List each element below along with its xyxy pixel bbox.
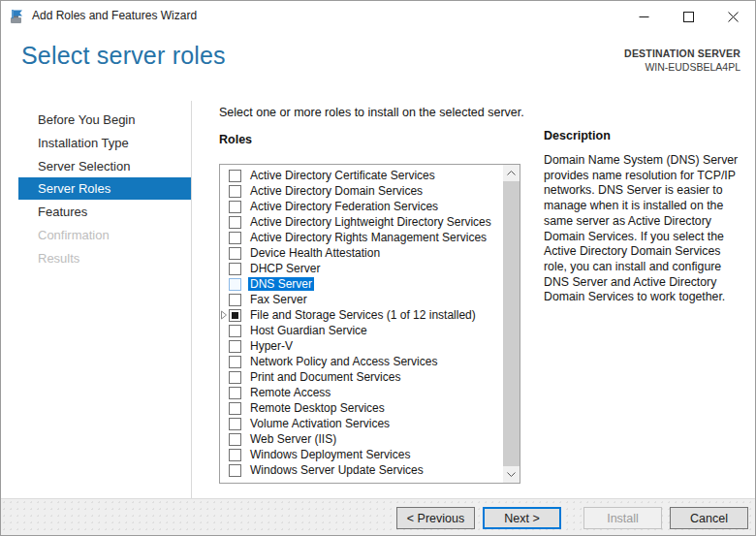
role-label: DNS Server bbox=[248, 277, 314, 291]
minimize-button[interactable] bbox=[621, 1, 666, 32]
role-row[interactable]: DHCP Server bbox=[220, 261, 503, 276]
wizard-header: Select server roles DESTINATION SERVER W… bbox=[1, 32, 755, 101]
wizard-footer: < PreviousNext >InstallCancel bbox=[1, 498, 755, 535]
role-checkbox[interactable] bbox=[229, 433, 241, 446]
roles-content: Select one or more roles to install on t… bbox=[192, 101, 544, 501]
role-row[interactable]: Active Directory Federation Services bbox=[220, 199, 503, 214]
role-checkbox[interactable] bbox=[229, 232, 241, 244]
roles-scrollbar[interactable] bbox=[503, 165, 520, 483]
button-label: Cancel bbox=[690, 512, 728, 525]
sidebar-item-confirmation[interactable]: Confirmation bbox=[1, 223, 191, 246]
title-bar: Add Roles and Features Wizard bbox=[1, 1, 755, 33]
role-label: Remote Desktop Services bbox=[248, 401, 387, 415]
button-label: Install bbox=[607, 512, 639, 525]
role-label: Network Policy and Access Services bbox=[248, 355, 439, 368]
sidebar-item-features[interactable]: Features bbox=[1, 200, 191, 223]
description-panel: Description Domain Name System (DNS) Ser… bbox=[544, 101, 745, 305]
role-checkbox[interactable] bbox=[229, 371, 241, 384]
scroll-up-arrow-icon[interactable] bbox=[503, 165, 520, 181]
role-label: Fax Server bbox=[248, 293, 309, 306]
role-checkbox[interactable] bbox=[229, 185, 241, 198]
role-row[interactable]: Remote Desktop Services bbox=[220, 400, 503, 416]
role-label: Hyper-V bbox=[248, 339, 295, 353]
previous-button[interactable]: < Previous bbox=[396, 507, 475, 529]
close-button[interactable] bbox=[710, 1, 755, 32]
wizard-steps-sidebar: Before You Begin Installation Type Serve… bbox=[1, 108, 191, 269]
role-row[interactable]: Windows Deployment Services bbox=[220, 447, 503, 462]
roles-listbox: Active Directory Certificate Services Ac… bbox=[219, 164, 520, 484]
role-checkbox[interactable] bbox=[229, 170, 241, 182]
destination-server-label: DESTINATION SERVER bbox=[624, 47, 740, 59]
scrollbar-thumb[interactable] bbox=[503, 181, 520, 466]
sidebar-item-label: Installation Type bbox=[38, 136, 129, 150]
role-checkbox[interactable] bbox=[229, 201, 241, 213]
instruction-text: Select one or more roles to install on t… bbox=[219, 106, 524, 119]
sidebar-item-label: Server Roles bbox=[38, 181, 110, 196]
role-row[interactable]: Active Directory Lightweight Directory S… bbox=[220, 214, 503, 230]
role-checkbox[interactable] bbox=[229, 325, 241, 337]
sidebar-item-label: Results bbox=[38, 251, 79, 266]
role-label: Volume Activation Services bbox=[248, 417, 392, 430]
role-checkbox[interactable] bbox=[229, 340, 241, 353]
description-text: Domain Name System (DNS) Server provides… bbox=[544, 153, 745, 305]
role-row[interactable]: Device Health Attestation bbox=[220, 245, 503, 261]
sidebar-item-label: Before You Begin bbox=[38, 112, 135, 127]
role-row[interactable]: Host Guardian Service bbox=[220, 323, 503, 338]
role-checkbox[interactable] bbox=[229, 418, 241, 430]
role-row[interactable]: Web Server (IIS) bbox=[220, 431, 503, 447]
cancel-button[interactable]: Cancel bbox=[670, 507, 748, 529]
role-checkbox[interactable] bbox=[229, 464, 241, 477]
maximize-button[interactable] bbox=[666, 1, 710, 32]
role-checkbox[interactable] bbox=[229, 263, 241, 275]
button-label: Next > bbox=[504, 512, 539, 525]
role-label: File and Storage Services (1 of 12 insta… bbox=[248, 308, 478, 322]
role-row[interactable]: File and Storage Services (1 of 12 insta… bbox=[220, 307, 503, 323]
role-row[interactable]: Print and Document Services bbox=[220, 369, 503, 385]
wizard-body: Before You Begin Installation Type Serve… bbox=[1, 101, 755, 501]
sidebar-item-label: Features bbox=[38, 205, 87, 219]
role-row[interactable]: Active Directory Certificate Services bbox=[220, 168, 503, 183]
role-checkbox[interactable] bbox=[229, 247, 241, 260]
role-checkbox[interactable] bbox=[229, 278, 241, 291]
role-checkbox[interactable] bbox=[229, 449, 241, 461]
role-checkbox[interactable] bbox=[229, 402, 241, 415]
expand-arrow-icon[interactable] bbox=[220, 310, 228, 320]
role-checkbox[interactable] bbox=[229, 294, 241, 306]
role-row[interactable]: Hyper-V bbox=[220, 338, 503, 354]
role-row[interactable]: Volume Activation Services bbox=[220, 416, 503, 431]
role-row[interactable]: Windows Server Update Services bbox=[220, 462, 503, 478]
role-row[interactable]: DNS Server bbox=[220, 276, 503, 292]
role-checkbox[interactable] bbox=[229, 387, 241, 399]
sidebar-item-server-selection[interactable]: Server Selection bbox=[1, 154, 191, 177]
sidebar-item-server-roles[interactable]: Server Roles bbox=[18, 177, 191, 200]
sidebar-item-installation-type[interactable]: Installation Type bbox=[1, 131, 191, 154]
install-button[interactable]: Install bbox=[583, 507, 662, 529]
role-label: Active Directory Certificate Services bbox=[248, 169, 437, 182]
scroll-down-arrow-icon[interactable] bbox=[503, 466, 520, 483]
add-roles-wizard-window: Add Roles and Features Wizard Select ser… bbox=[0, 0, 756, 536]
sidebar-item-label: Confirmation bbox=[38, 228, 110, 242]
roles-label: Roles bbox=[219, 133, 252, 146]
role-label: Web Server (IIS) bbox=[248, 432, 338, 446]
role-label: Host Guardian Service bbox=[248, 324, 369, 337]
role-row[interactable]: Remote Access bbox=[220, 385, 503, 400]
sidebar-item-results[interactable]: Results bbox=[1, 246, 191, 269]
sidebar-item-before-you-begin[interactable]: Before You Begin bbox=[1, 108, 191, 131]
role-label: Remote Access bbox=[248, 386, 332, 399]
role-label: Windows Deployment Services bbox=[248, 448, 412, 461]
role-label: Device Health Attestation bbox=[248, 246, 382, 260]
destination-server-block: DESTINATION SERVER WIN-EUDSBELA4PL bbox=[624, 47, 740, 73]
role-row[interactable]: Network Policy and Access Services bbox=[220, 354, 503, 369]
wizard-app-icon bbox=[10, 9, 26, 25]
role-checkbox[interactable] bbox=[229, 356, 241, 368]
next-button[interactable]: Next > bbox=[483, 507, 561, 529]
role-label: Windows Server Update Services bbox=[248, 463, 425, 477]
button-label: < Previous bbox=[407, 512, 464, 525]
role-checkbox[interactable] bbox=[229, 309, 241, 322]
role-row[interactable]: Active Directory Rights Management Servi… bbox=[220, 230, 503, 245]
role-row[interactable]: Fax Server bbox=[220, 292, 503, 307]
role-label: DHCP Server bbox=[248, 262, 322, 275]
role-checkbox[interactable] bbox=[229, 216, 241, 229]
role-row[interactable]: Active Directory Domain Services bbox=[220, 183, 503, 199]
page-title: Select server roles bbox=[21, 42, 226, 70]
